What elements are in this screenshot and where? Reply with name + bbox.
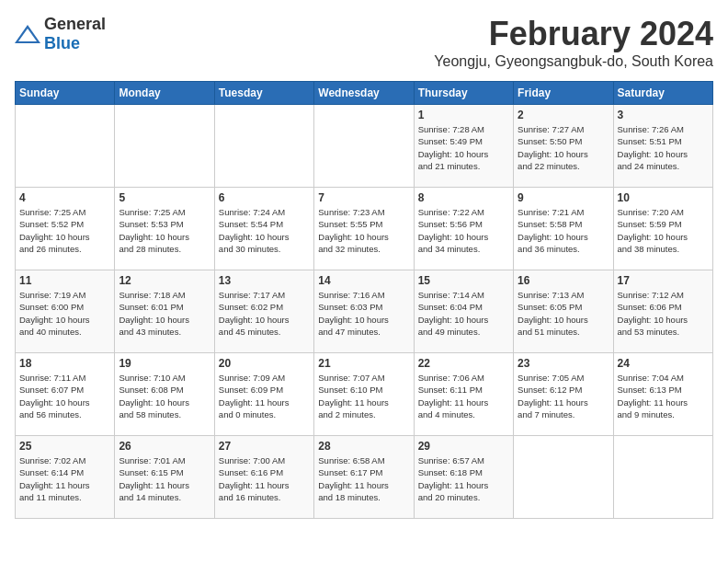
day-info: Sunrise: 7:24 AM Sunset: 5:54 PM Dayligh…	[219, 206, 310, 255]
calendar-cell: 17Sunrise: 7:12 AM Sunset: 6:06 PM Dayli…	[613, 270, 712, 353]
day-info: Sunrise: 7:25 AM Sunset: 5:52 PM Dayligh…	[19, 206, 110, 255]
day-info: Sunrise: 7:21 AM Sunset: 5:58 PM Dayligh…	[518, 206, 609, 255]
calendar-cell: 9Sunrise: 7:21 AM Sunset: 5:58 PM Daylig…	[514, 188, 613, 270]
calendar-cell: 21Sunrise: 7:07 AM Sunset: 6:10 PM Dayli…	[314, 353, 414, 436]
day-info: Sunrise: 7:17 AM Sunset: 6:02 PM Dayligh…	[219, 289, 310, 338]
day-number: 13	[219, 274, 310, 287]
calendar-cell: 18Sunrise: 7:11 AM Sunset: 6:07 PM Dayli…	[16, 353, 115, 436]
day-info: Sunrise: 7:19 AM Sunset: 6:00 PM Dayligh…	[19, 289, 110, 338]
day-number: 23	[518, 357, 609, 370]
calendar-cell: 14Sunrise: 7:16 AM Sunset: 6:03 PM Dayli…	[314, 270, 414, 353]
day-number: 9	[518, 191, 609, 204]
day-info: Sunrise: 7:09 AM Sunset: 6:09 PM Dayligh…	[219, 372, 310, 420]
calendar-cell: 12Sunrise: 7:18 AM Sunset: 6:01 PM Dayli…	[115, 270, 214, 353]
day-number: 5	[119, 191, 210, 204]
day-number: 16	[518, 274, 609, 287]
calendar-cell	[613, 436, 712, 519]
day-info: Sunrise: 7:04 AM Sunset: 6:13 PM Dayligh…	[618, 372, 709, 420]
day-number: 29	[418, 440, 509, 453]
day-info: Sunrise: 7:14 AM Sunset: 6:04 PM Dayligh…	[418, 289, 509, 338]
day-info: Sunrise: 7:11 AM Sunset: 6:07 PM Dayligh…	[19, 372, 110, 420]
day-info: Sunrise: 7:20 AM Sunset: 5:59 PM Dayligh…	[618, 206, 709, 255]
calendar-cell: 2Sunrise: 7:27 AM Sunset: 5:50 PM Daylig…	[514, 105, 613, 188]
location-title: Yeongju, Gyeongsangbuk-do, South Korea	[434, 53, 713, 70]
day-number: 3	[618, 109, 709, 121]
day-number: 4	[19, 191, 110, 204]
calendar-cell: 11Sunrise: 7:19 AM Sunset: 6:00 PM Dayli…	[16, 270, 115, 353]
calendar-cell	[314, 105, 414, 188]
day-info: Sunrise: 7:22 AM Sunset: 5:56 PM Dayligh…	[418, 206, 509, 255]
day-number: 24	[618, 357, 709, 370]
day-info: Sunrise: 7:16 AM Sunset: 6:03 PM Dayligh…	[318, 289, 409, 338]
calendar-week-row: 11Sunrise: 7:19 AM Sunset: 6:00 PM Dayli…	[16, 270, 713, 353]
calendar-cell	[514, 436, 613, 519]
calendar-cell: 24Sunrise: 7:04 AM Sunset: 6:13 PM Dayli…	[613, 353, 712, 436]
month-title: February 2024	[434, 15, 713, 53]
title-block: February 2024 Yeongju, Gyeongsangbuk-do,…	[434, 15, 713, 77]
day-info: Sunrise: 7:10 AM Sunset: 6:08 PM Dayligh…	[119, 372, 210, 420]
calendar-week-row: 25Sunrise: 7:02 AM Sunset: 6:14 PM Dayli…	[16, 436, 713, 519]
calendar-week-row: 1Sunrise: 7:28 AM Sunset: 5:49 PM Daylig…	[16, 105, 713, 188]
calendar-cell: 26Sunrise: 7:01 AM Sunset: 6:15 PM Dayli…	[115, 436, 214, 519]
logo-blue-text: Blue	[44, 34, 80, 52]
calendar-cell: 7Sunrise: 7:23 AM Sunset: 5:55 PM Daylig…	[314, 188, 414, 270]
day-number: 21	[318, 357, 409, 370]
day-info: Sunrise: 7:27 AM Sunset: 5:50 PM Dayligh…	[518, 123, 609, 172]
day-number: 20	[219, 357, 310, 370]
day-info: Sunrise: 7:13 AM Sunset: 6:05 PM Dayligh…	[518, 289, 609, 338]
day-of-week-header: Tuesday	[214, 82, 313, 105]
day-info: Sunrise: 7:25 AM Sunset: 5:53 PM Dayligh…	[119, 206, 210, 255]
calendar-cell: 22Sunrise: 7:06 AM Sunset: 6:11 PM Dayli…	[414, 353, 513, 436]
calendar-header-row: SundayMondayTuesdayWednesdayThursdayFrid…	[16, 82, 713, 105]
day-number: 1	[418, 109, 509, 121]
calendar-cell: 4Sunrise: 7:25 AM Sunset: 5:52 PM Daylig…	[16, 188, 115, 270]
day-info: Sunrise: 7:23 AM Sunset: 5:55 PM Dayligh…	[318, 206, 409, 255]
day-number: 18	[19, 357, 110, 370]
calendar-cell: 29Sunrise: 6:57 AM Sunset: 6:18 PM Dayli…	[414, 436, 513, 519]
calendar-cell: 28Sunrise: 6:58 AM Sunset: 6:17 PM Dayli…	[314, 436, 414, 519]
day-number: 27	[219, 440, 310, 453]
day-of-week-header: Wednesday	[314, 82, 414, 105]
day-of-week-header: Monday	[115, 82, 214, 105]
calendar-week-row: 4Sunrise: 7:25 AM Sunset: 5:52 PM Daylig…	[16, 188, 713, 270]
day-info: Sunrise: 7:26 AM Sunset: 5:51 PM Dayligh…	[618, 123, 709, 172]
day-number: 8	[418, 191, 509, 204]
calendar-cell: 6Sunrise: 7:24 AM Sunset: 5:54 PM Daylig…	[214, 188, 313, 270]
day-info: Sunrise: 7:00 AM Sunset: 6:16 PM Dayligh…	[219, 454, 310, 503]
calendar-cell: 15Sunrise: 7:14 AM Sunset: 6:04 PM Dayli…	[414, 270, 513, 353]
day-number: 17	[618, 274, 709, 287]
day-info: Sunrise: 7:01 AM Sunset: 6:15 PM Dayligh…	[119, 454, 210, 503]
day-info: Sunrise: 7:02 AM Sunset: 6:14 PM Dayligh…	[19, 454, 110, 503]
calendar-cell: 16Sunrise: 7:13 AM Sunset: 6:05 PM Dayli…	[514, 270, 613, 353]
day-of-week-header: Saturday	[613, 82, 712, 105]
day-number: 6	[219, 191, 310, 204]
calendar-cell	[16, 105, 115, 188]
calendar-cell: 25Sunrise: 7:02 AM Sunset: 6:14 PM Dayli…	[16, 436, 115, 519]
calendar-cell: 1Sunrise: 7:28 AM Sunset: 5:49 PM Daylig…	[414, 105, 513, 188]
calendar-week-row: 18Sunrise: 7:11 AM Sunset: 6:07 PM Dayli…	[16, 353, 713, 436]
day-info: Sunrise: 6:58 AM Sunset: 6:17 PM Dayligh…	[318, 454, 409, 503]
logo: General Blue	[15, 15, 106, 53]
day-number: 22	[418, 357, 509, 370]
day-info: Sunrise: 7:18 AM Sunset: 6:01 PM Dayligh…	[119, 289, 210, 338]
calendar-cell: 10Sunrise: 7:20 AM Sunset: 5:59 PM Dayli…	[613, 188, 712, 270]
page-header: General Blue February 2024 Yeongju, Gyeo…	[15, 15, 713, 77]
day-info: Sunrise: 7:05 AM Sunset: 6:12 PM Dayligh…	[518, 372, 609, 420]
day-number: 14	[318, 274, 409, 287]
calendar-cell: 27Sunrise: 7:00 AM Sunset: 6:16 PM Dayli…	[214, 436, 313, 519]
calendar-cell	[214, 105, 313, 188]
day-info: Sunrise: 7:12 AM Sunset: 6:06 PM Dayligh…	[618, 289, 709, 338]
calendar-cell: 8Sunrise: 7:22 AM Sunset: 5:56 PM Daylig…	[414, 188, 513, 270]
calendar-cell: 19Sunrise: 7:10 AM Sunset: 6:08 PM Dayli…	[115, 353, 214, 436]
calendar-cell: 3Sunrise: 7:26 AM Sunset: 5:51 PM Daylig…	[613, 105, 712, 188]
day-number: 26	[119, 440, 210, 453]
calendar-cell	[115, 105, 214, 188]
day-number: 11	[19, 274, 110, 287]
day-number: 19	[119, 357, 210, 370]
day-of-week-header: Thursday	[414, 82, 513, 105]
day-number: 12	[119, 274, 210, 287]
day-of-week-header: Friday	[514, 82, 613, 105]
day-number: 28	[318, 440, 409, 453]
day-info: Sunrise: 7:28 AM Sunset: 5:49 PM Dayligh…	[418, 123, 509, 172]
day-info: Sunrise: 7:06 AM Sunset: 6:11 PM Dayligh…	[418, 372, 509, 420]
